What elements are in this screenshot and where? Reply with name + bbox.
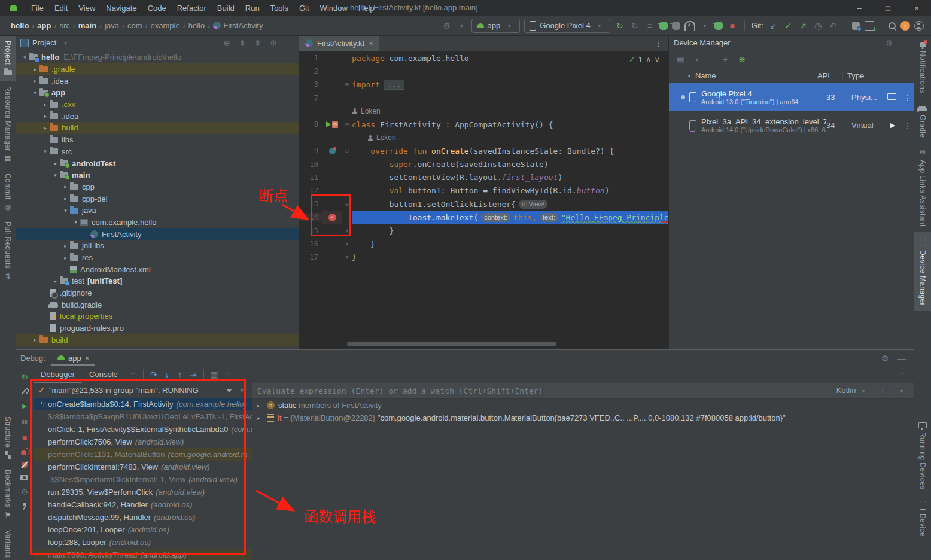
stack-frame[interactable]: ↰onCreate$lambda$0:14, FirstActivity(com… [34, 398, 252, 410]
chevron-down-icon[interactable]: ▾ [692, 53, 702, 65]
tool-button-project[interactable]: Project [0, 35, 16, 81]
tab-console[interactable]: Console [82, 367, 125, 383]
filter-frames-icon[interactable] [226, 389, 232, 392]
project-view-chevron-icon[interactable]: ▾ [60, 37, 71, 49]
tree-item-firstactivity[interactable]: FirstActivity [16, 228, 299, 240]
stack-frame[interactable]: dispatchMessage:99, Handler(android.os) [34, 511, 252, 524]
hide-panel-icon[interactable]: — [899, 37, 910, 49]
collapse-all-icon[interactable]: ⇞ [252, 37, 263, 49]
mute-breakpoints-icon[interactable] [20, 461, 29, 469]
override-method-icon[interactable] [329, 148, 336, 154]
tree-item-proguard-rules-pro[interactable]: proguard-rules.pro [16, 322, 299, 334]
tool-button-running-devices[interactable]: Running Devices [914, 418, 931, 495]
breadcrumb-java[interactable]: java [105, 21, 119, 30]
breadcrumb-hello[interactable]: hello [188, 21, 205, 30]
minimize-button[interactable]: – [845, 0, 874, 16]
tree-chevron-icon[interactable]: ▸ [51, 278, 60, 284]
evaluate-expression-icon[interactable]: ▦ [209, 369, 220, 381]
git-update-button[interactable]: ↙ [768, 20, 778, 32]
tree-item-cpp[interactable]: ▸cpp [16, 181, 299, 193]
tree-item-jnilibs[interactable]: ▸jniLibs [16, 240, 299, 252]
fold-marker-icon[interactable]: ∧ [342, 228, 352, 234]
menu-build[interactable]: Build [212, 4, 240, 13]
code-area[interactable]: 1package com.example.hello23⊞import...7L… [299, 51, 668, 264]
git-history-button[interactable]: ◷ [813, 20, 823, 32]
layout-settings-icon[interactable]: ≡ [222, 369, 233, 381]
breadcrumb-firstactivity[interactable]: FirstActivity [223, 21, 263, 30]
tool-button-app-links-assistant[interactable]: ⊚App Links Assistant [914, 143, 931, 232]
tree-chevron-icon[interactable]: ▾ [51, 172, 60, 178]
menu-file[interactable]: File [26, 4, 49, 13]
tool-button-device-manager[interactable]: Device Manager [914, 232, 931, 311]
gear-icon[interactable]: ⚙ [884, 37, 895, 49]
variables-row-it[interactable]: ▸ it = {MaterialButton@22282} "com.googl… [252, 412, 914, 424]
menu-git[interactable]: Git [294, 4, 315, 13]
device-row-pixel-3a-api-34-extension-level-7-x86-64[interactable]: Pixel_3a_API_34_extension_level_7_x86_64… [669, 111, 915, 139]
menu-navigate[interactable]: Navigate [101, 4, 142, 13]
stop-button[interactable]: ■ [727, 20, 738, 32]
evaluate-expression-bar[interactable]: Evaluate expression (Enter) or add a wat… [252, 383, 914, 399]
horizontal-scrollbar[interactable] [347, 342, 556, 346]
close-button[interactable]: × [902, 0, 931, 16]
debug-button[interactable] [659, 22, 668, 30]
tree-item-libs[interactable]: libs [16, 134, 299, 146]
menu-tools[interactable]: Tools [265, 4, 294, 13]
stack-frame[interactable]: loop:288, Looper(android.os) [34, 536, 252, 549]
breadcrumb-main[interactable]: main [78, 21, 96, 30]
threads-layout-icon[interactable]: ≡ [127, 369, 138, 381]
attach-debugger-icon[interactable] [672, 22, 680, 30]
stack-frame[interactable]: performClick:7506, View(android.view) [34, 436, 252, 448]
profiler-icon[interactable] [684, 21, 695, 31]
tree-item-idea[interactable]: ▸.idea [16, 75, 299, 87]
tree-item-com-example-hello[interactable]: ▾com.example.hello [16, 217, 299, 229]
stop-icon[interactable]: ■ [19, 432, 30, 444]
tree-chevron-icon[interactable]: ▾ [61, 208, 70, 214]
stack-frame[interactable]: performClickInternal:7483, View(android.… [34, 461, 252, 473]
gear-icon[interactable]: ⚙ [268, 37, 279, 49]
breadcrumb-hello[interactable]: hello [11, 21, 29, 30]
debug-session-tab[interactable]: app × [51, 351, 95, 366]
run-config-dropdown[interactable]: app ▾ [471, 19, 521, 33]
breadcrumb-app[interactable]: app [37, 21, 51, 30]
tree-chevron-icon[interactable]: ▸ [31, 66, 39, 72]
git-commit-button[interactable]: ✓ [783, 20, 793, 32]
git-rollback-button[interactable]: ↶ [827, 20, 838, 32]
debug-gear-icon[interactable]: ⚙ [19, 486, 30, 498]
profiler-chevron-icon[interactable]: ▾ [699, 20, 710, 32]
ai-assistant-icon[interactable] [852, 22, 860, 30]
tool-button-pull-requests[interactable]: Pull Requests⇅ [0, 216, 16, 285]
tab-firstactivity[interactable]: FirstActivity.kt × [299, 35, 379, 51]
expand-all-icon[interactable]: ⇟ [237, 37, 248, 49]
fold-marker-icon[interactable]: ⊞ [342, 81, 352, 87]
run-widget-chevron-icon[interactable]: ▾ [457, 20, 467, 32]
pair-wifi-icon[interactable]: ⊕ [737, 53, 747, 65]
stack-frame[interactable]: run:29335, View$PerformClick(android.vie… [34, 486, 252, 498]
tree-item-build[interactable]: ▸build [16, 334, 299, 346]
launch-device-button[interactable]: ▶ [885, 121, 900, 129]
next-problem-icon[interactable]: ∨ [654, 55, 660, 64]
stack-frame[interactable]: loopOnce:201, Looper(android.os) [34, 524, 252, 536]
tree-item-src[interactable]: ▾src [16, 146, 299, 158]
tree-item-res[interactable]: ▸res [16, 252, 299, 264]
tree-item-main[interactable]: ▾main [16, 169, 299, 181]
restore-layout-icon[interactable]: ≡ [896, 369, 907, 381]
fold-marker-icon[interactable]: ⊟ [342, 148, 352, 154]
editor-more-icon[interactable]: ⋮ [655, 39, 668, 48]
language-dropdown[interactable]: Kotlin ▾ [836, 385, 869, 397]
device-dropdown[interactable]: Google Pixel 4 ▾ [524, 19, 610, 33]
pause-icon[interactable]: ▮▮ [22, 416, 28, 428]
tree-chevron-icon[interactable]: ▸ [41, 125, 50, 131]
tool-button-bookmarks[interactable]: Bookmarks⚑ [0, 464, 16, 525]
stack-frame[interactable]: main:7898, ActivityThread(android.app) [34, 549, 252, 560]
debug-wrench-icon[interactable] [19, 385, 31, 397]
tree-item-gitignore[interactable]: .gitignore [16, 287, 299, 299]
device-menu-button[interactable]: ⋮ [900, 121, 915, 130]
tree-item-gradle[interactable]: ▸.gradle [16, 63, 299, 75]
tree-chevron-icon[interactable]: ▾ [31, 90, 39, 96]
stack-frame[interactable]: onClick:-1, FirstActivity$$ExternalSynth… [34, 423, 252, 436]
thread-selector[interactable]: ✓ "main"@21,533 in group "main": RUNNING… [34, 383, 252, 398]
tree-chevron-icon[interactable]: ▾ [41, 148, 50, 154]
menu-refactor[interactable]: Refactor [172, 4, 212, 13]
tab-close-icon[interactable]: × [85, 354, 90, 363]
ide-update-badge[interactable]: ↑ [900, 21, 910, 31]
